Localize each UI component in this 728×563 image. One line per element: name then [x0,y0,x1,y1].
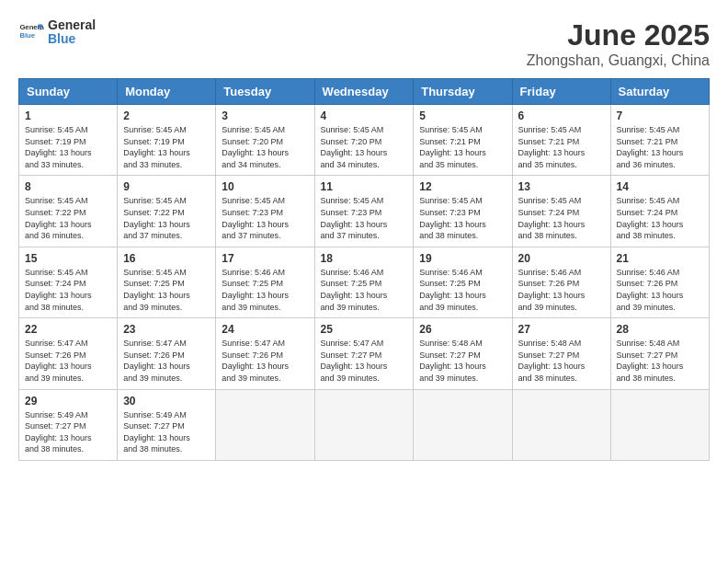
day-info: Sunrise: 5:45 AMSunset: 7:19 PMDaylight:… [123,124,210,170]
day-info: Sunrise: 5:48 AMSunset: 7:27 PMDaylight:… [518,338,605,384]
day-info: Sunrise: 5:46 AMSunset: 7:26 PMDaylight:… [617,267,703,313]
day-info: Sunrise: 5:46 AMSunset: 7:25 PMDaylight:… [222,267,308,313]
logo-line2: Blue [48,32,96,46]
day-info: Sunrise: 5:45 AMSunset: 7:22 PMDaylight:… [123,195,210,241]
day-number: 23 [123,323,210,336]
table-row: 4Sunrise: 5:45 AMSunset: 7:20 PMDaylight… [314,105,414,176]
calendar-table: Sunday Monday Tuesday Wednesday Thursday… [18,78,710,461]
col-friday: Friday [512,79,610,105]
logo-icon: General Blue [18,19,44,45]
day-info: Sunrise: 5:45 AMSunset: 7:21 PMDaylight:… [617,124,703,170]
day-number: 26 [419,323,506,336]
day-info: Sunrise: 5:49 AMSunset: 7:27 PMDaylight:… [25,409,111,455]
svg-text:Blue: Blue [19,31,35,40]
day-number: 4 [321,109,408,122]
day-info: Sunrise: 5:45 AMSunset: 7:24 PMDaylight:… [25,267,111,313]
day-info: Sunrise: 5:45 AMSunset: 7:19 PMDaylight:… [25,124,111,170]
table-row [512,389,610,460]
day-number: 12 [419,180,506,193]
table-row: 19Sunrise: 5:46 AMSunset: 7:25 PMDayligh… [414,247,512,317]
table-row: 17Sunrise: 5:46 AMSunset: 7:25 PMDayligh… [216,247,314,317]
day-number: 8 [25,180,111,193]
day-number: 30 [123,395,210,408]
day-number: 7 [617,109,703,122]
table-row [314,389,414,460]
day-info: Sunrise: 5:45 AMSunset: 7:21 PMDaylight:… [419,124,506,170]
table-row: 13Sunrise: 5:45 AMSunset: 7:24 PMDayligh… [512,176,610,247]
table-row [414,389,512,460]
table-row: 29Sunrise: 5:49 AMSunset: 7:27 PMDayligh… [19,389,118,460]
day-number: 22 [25,323,111,336]
table-row: 22Sunrise: 5:47 AMSunset: 7:26 PMDayligh… [19,318,118,389]
col-sunday: Sunday [19,79,118,105]
table-row: 12Sunrise: 5:45 AMSunset: 7:23 PMDayligh… [414,176,512,247]
day-number: 2 [123,109,210,122]
col-monday: Monday [118,79,216,105]
table-row [610,389,709,460]
table-row: 26Sunrise: 5:48 AMSunset: 7:27 PMDayligh… [414,318,512,389]
table-row: 11Sunrise: 5:45 AMSunset: 7:23 PMDayligh… [314,176,414,247]
table-row: 15Sunrise: 5:45 AMSunset: 7:24 PMDayligh… [19,247,118,317]
table-row: 10Sunrise: 5:45 AMSunset: 7:23 PMDayligh… [216,176,314,247]
day-number: 15 [25,252,111,265]
calendar-subtitle: Zhongshan, Guangxi, China [527,52,710,69]
table-row: 16Sunrise: 5:45 AMSunset: 7:25 PMDayligh… [118,247,216,317]
logo: General Blue General Blue [18,18,96,47]
day-info: Sunrise: 5:45 AMSunset: 7:24 PMDaylight:… [617,195,703,241]
table-row: 8Sunrise: 5:45 AMSunset: 7:22 PMDaylight… [19,176,118,247]
day-info: Sunrise: 5:46 AMSunset: 7:25 PMDaylight:… [419,267,506,313]
day-number: 28 [617,323,703,336]
col-tuesday: Tuesday [216,79,314,105]
day-info: Sunrise: 5:45 AMSunset: 7:22 PMDaylight:… [25,195,111,241]
day-number: 18 [321,252,408,265]
table-row [216,389,314,460]
day-number: 13 [518,180,605,193]
table-row: 5Sunrise: 5:45 AMSunset: 7:21 PMDaylight… [414,105,512,176]
calendar-header-row: Sunday Monday Tuesday Wednesday Thursday… [19,79,710,105]
table-row: 9Sunrise: 5:45 AMSunset: 7:22 PMDaylight… [118,176,216,247]
col-thursday: Thursday [414,79,512,105]
day-number: 17 [222,252,308,265]
day-number: 27 [518,323,605,336]
day-number: 3 [222,109,308,122]
table-row: 2Sunrise: 5:45 AMSunset: 7:19 PMDaylight… [118,105,216,176]
day-info: Sunrise: 5:46 AMSunset: 7:25 PMDaylight:… [321,267,408,313]
day-info: Sunrise: 5:45 AMSunset: 7:25 PMDaylight:… [123,267,210,313]
day-info: Sunrise: 5:45 AMSunset: 7:20 PMDaylight:… [222,124,308,170]
day-number: 21 [617,252,703,265]
table-row: 1Sunrise: 5:45 AMSunset: 7:19 PMDaylight… [19,105,118,176]
day-number: 6 [518,109,605,122]
day-number: 19 [419,252,506,265]
day-number: 24 [222,323,308,336]
day-info: Sunrise: 5:46 AMSunset: 7:26 PMDaylight:… [518,267,605,313]
day-info: Sunrise: 5:47 AMSunset: 7:26 PMDaylight:… [222,338,308,384]
table-row: 6Sunrise: 5:45 AMSunset: 7:21 PMDaylight… [512,105,610,176]
table-row: 21Sunrise: 5:46 AMSunset: 7:26 PMDayligh… [610,247,709,317]
day-info: Sunrise: 5:47 AMSunset: 7:27 PMDaylight:… [321,338,408,384]
table-row: 18Sunrise: 5:46 AMSunset: 7:25 PMDayligh… [314,247,414,317]
table-row: 28Sunrise: 5:48 AMSunset: 7:27 PMDayligh… [610,318,709,389]
col-saturday: Saturday [610,79,709,105]
title-block: June 2025 Zhongshan, Guangxi, China [527,18,710,69]
day-info: Sunrise: 5:48 AMSunset: 7:27 PMDaylight:… [617,338,703,384]
table-row: 3Sunrise: 5:45 AMSunset: 7:20 PMDaylight… [216,105,314,176]
day-info: Sunrise: 5:45 AMSunset: 7:23 PMDaylight:… [321,195,408,241]
day-number: 16 [123,252,210,265]
day-info: Sunrise: 5:45 AMSunset: 7:20 PMDaylight:… [321,124,408,170]
day-number: 1 [25,109,111,122]
day-number: 20 [518,252,605,265]
col-wednesday: Wednesday [314,79,414,105]
table-row: 27Sunrise: 5:48 AMSunset: 7:27 PMDayligh… [512,318,610,389]
page-header: General Blue General Blue June 2025 Zhon… [18,18,710,69]
day-info: Sunrise: 5:45 AMSunset: 7:23 PMDaylight:… [222,195,308,241]
day-info: Sunrise: 5:45 AMSunset: 7:24 PMDaylight:… [518,195,605,241]
day-info: Sunrise: 5:49 AMSunset: 7:27 PMDaylight:… [123,409,210,455]
calendar-title: June 2025 [527,18,710,52]
table-row: 14Sunrise: 5:45 AMSunset: 7:24 PMDayligh… [610,176,709,247]
day-number: 11 [321,180,408,193]
logo-line1: General [48,18,96,32]
day-number: 14 [617,180,703,193]
day-number: 25 [321,323,408,336]
table-row: 7Sunrise: 5:45 AMSunset: 7:21 PMDaylight… [610,105,709,176]
day-number: 10 [222,180,308,193]
